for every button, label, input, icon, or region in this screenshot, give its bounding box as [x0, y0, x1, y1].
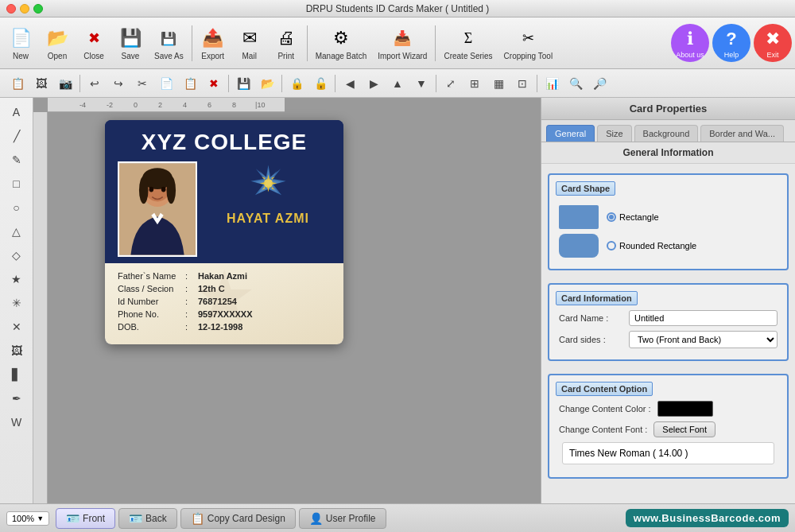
help-button[interactable]: ? Help: [712, 24, 750, 62]
print-button[interactable]: 🖨 Print: [269, 21, 304, 65]
tab-back[interactable]: 🪪 Back: [118, 508, 177, 529]
star-tool[interactable]: ★: [5, 268, 29, 290]
zoom-dropdown-icon[interactable]: ▼: [37, 515, 44, 522]
export-button[interactable]: 📤 Export: [196, 21, 231, 65]
bottom-bar: 100% ▼ 🪪 Front 🪪 Back 📋 Copy Card Design…: [0, 503, 795, 532]
maximize-window-button[interactable]: [33, 4, 43, 14]
cropping-tool-button[interactable]: ✂ Cropping Tool: [499, 21, 558, 65]
cross-tool[interactable]: ✕: [5, 316, 29, 338]
tb2-doc-icon[interactable]: 📋: [6, 72, 29, 95]
tb2-up-icon[interactable]: ▲: [386, 72, 409, 95]
cropping-tool-icon: ✂: [515, 25, 541, 51]
diamond-tool[interactable]: ◇: [5, 244, 29, 266]
triangle-tool[interactable]: △: [5, 220, 29, 243]
canvas-area[interactable]: -4-202468|10|12 XYZ COLLEGE: [33, 98, 541, 503]
card-sides-label: Card sides :: [559, 335, 622, 344]
mail-button[interactable]: ✉ Mail: [232, 21, 267, 65]
print-label: Print: [277, 52, 294, 60]
ellipse-tool[interactable]: ○: [5, 196, 29, 219]
select-tool[interactable]: A: [5, 101, 29, 123]
cropping-tool-label: Cropping Tool: [504, 52, 553, 60]
tb2-move-icon[interactable]: ⤢: [440, 72, 462, 95]
rectangle-radio[interactable]: Rectangle: [607, 212, 659, 222]
manage-batch-button[interactable]: ⚙ Manage Batch: [311, 21, 372, 65]
import-wizard-label: Import Wizard: [378, 52, 427, 60]
close-button[interactable]: ✖ Close: [76, 21, 111, 65]
card-student-name: HAYAT AZMI: [227, 212, 309, 226]
tab-border[interactable]: Border and Wa...: [700, 125, 784, 142]
tab-front[interactable]: 🪪 Front: [56, 508, 115, 529]
tb2-copy-icon[interactable]: 📄: [155, 72, 177, 95]
close-window-button[interactable]: [6, 4, 16, 14]
card-shape-rounded-row: Rounded Rectangle: [559, 234, 778, 258]
tab-background[interactable]: Background: [634, 125, 699, 142]
tab-user-profile[interactable]: 👤 User Profile: [299, 508, 386, 529]
line-tool[interactable]: ╱: [5, 125, 29, 147]
tb2-zoomout-icon[interactable]: 🔎: [588, 72, 611, 95]
exit-icon: ✖: [760, 27, 785, 51]
tb2-image-icon[interactable]: 🖼: [30, 72, 52, 95]
card-right: HAYAT AZMI: [205, 161, 331, 226]
card-name-input[interactable]: [629, 310, 778, 326]
rectangle-radio-circle: [607, 212, 616, 222]
tb2-zoom-icon[interactable]: 🔍: [564, 72, 587, 95]
id-card-container[interactable]: XYZ COLLEGE: [105, 120, 343, 344]
tb2-unlock-icon[interactable]: 🔓: [309, 72, 332, 95]
save-as-icon: 💾: [156, 25, 181, 51]
tb2-paste-icon[interactable]: 📋: [179, 72, 201, 95]
snowflake-tool[interactable]: ✳: [5, 292, 29, 314]
tb2-cut-icon[interactable]: ✂: [131, 72, 153, 95]
tb2-right-icon[interactable]: ▶: [363, 72, 385, 95]
mail-label: Mail: [242, 52, 257, 60]
tb2-down-icon[interactable]: ▼: [410, 72, 432, 95]
tb2-left-icon[interactable]: ◀: [339, 72, 361, 95]
open-button[interactable]: 📂 Open: [40, 21, 75, 65]
card-information-title: Card Information: [556, 291, 638, 305]
rounded-radio[interactable]: Rounded Rectangle: [607, 241, 696, 250]
tab-copy-card-design[interactable]: 📋 Copy Card Design: [180, 508, 296, 529]
import-wizard-button[interactable]: 📥 Import Wizard: [373, 21, 432, 65]
tb2-delete-icon[interactable]: ✖: [203, 72, 225, 95]
tab-size[interactable]: Size: [597, 125, 631, 142]
tb2-lock-icon[interactable]: 🔒: [285, 72, 308, 95]
select-font-button[interactable]: Select Font: [653, 421, 716, 437]
card-top: XYZ COLLEGE: [105, 120, 343, 155]
tb2-align-icon[interactable]: ⊞: [463, 72, 486, 95]
profile-tab-label: User Profile: [326, 513, 376, 524]
color-picker[interactable]: [657, 401, 713, 417]
image-tool[interactable]: 🖼: [5, 340, 29, 362]
tb2-redo-icon[interactable]: ↪: [107, 72, 130, 95]
tb2-undo-icon[interactable]: ↩: [83, 72, 106, 95]
zoom-value: 100%: [12, 514, 34, 523]
create-series-button[interactable]: Σ Create Series: [439, 21, 497, 65]
copy-tab-icon: 📋: [191, 512, 204, 525]
save-button[interactable]: 💾 Save: [113, 21, 148, 65]
svg-point-7: [161, 187, 166, 192]
tab-general[interactable]: General: [546, 125, 595, 142]
tb2-grid-icon[interactable]: ▦: [487, 72, 510, 95]
pencil-tool[interactable]: ✎: [5, 149, 29, 171]
tb2-save2-icon[interactable]: 💾: [232, 72, 254, 95]
import-wizard-icon: 📥: [390, 25, 415, 51]
about-label: About us: [676, 51, 704, 59]
exit-button[interactable]: ✖ Exit: [754, 24, 792, 62]
open-icon: 📂: [45, 25, 70, 51]
zoom-selector[interactable]: 100% ▼: [6, 511, 49, 526]
watermark-text: www.BusinessBarcode.com: [634, 512, 781, 524]
tb2-chart-icon[interactable]: 📊: [541, 72, 563, 95]
tb2-open2-icon[interactable]: 📂: [256, 72, 278, 95]
text-tool[interactable]: W: [5, 411, 29, 433]
tb2-table-icon[interactable]: ⊡: [511, 72, 533, 95]
card-sides-select[interactable]: One (Front Only) Two (Front and Back): [629, 331, 778, 348]
save-as-button[interactable]: 💾 Save As: [149, 21, 188, 65]
pen-tool[interactable]: ✒: [5, 387, 29, 410]
rectangle-tool[interactable]: □: [5, 173, 29, 195]
new-button[interactable]: 📄 New: [3, 21, 38, 65]
tb2-camera-icon[interactable]: 📷: [54, 72, 76, 95]
about-button[interactable]: ℹ About us: [671, 24, 709, 62]
card-content-option-section: Card Content Option Change Content Color…: [548, 374, 789, 479]
barcode-tool[interactable]: ▋: [5, 363, 29, 386]
minimize-window-button[interactable]: [20, 4, 29, 14]
card-shape-rectangle-row: Rectangle: [559, 205, 778, 229]
help-label: Help: [724, 51, 739, 59]
